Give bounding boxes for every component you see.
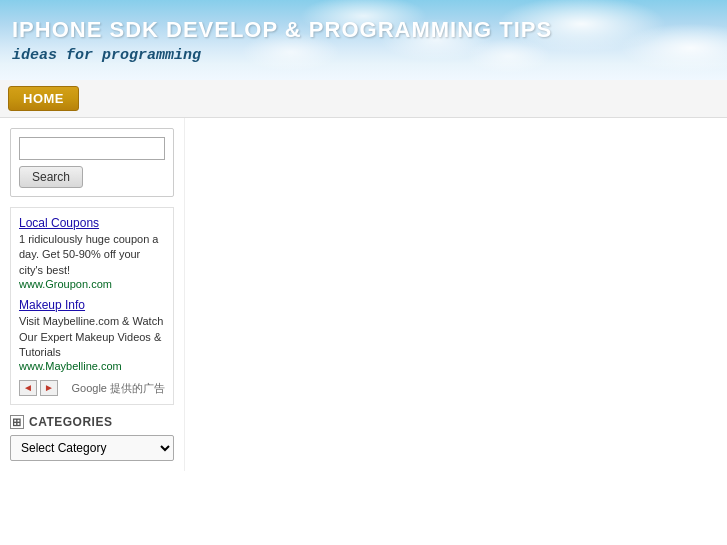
search-button[interactable]: Search	[19, 166, 83, 188]
search-input[interactable]	[19, 137, 165, 160]
site-header: IPHONE SDK DEVELOP & PROGRAMMING TIPS id…	[0, 0, 727, 80]
google-label: Google 提供的广告	[71, 381, 165, 396]
site-title: IPHONE SDK DEVELOP & PROGRAMMING TIPS	[12, 17, 715, 43]
site-subtitle: ideas for programming	[12, 47, 715, 64]
main-content	[185, 118, 727, 471]
search-box: Search	[10, 128, 174, 197]
sidebar: Search Local Coupons 1 ridiculously huge…	[0, 118, 185, 471]
category-select[interactable]: Select Category	[10, 435, 174, 461]
ad-url-2: www.Maybelline.com	[19, 360, 165, 372]
ad-desc-1: 1 ridiculously huge coupon a day. Get 50…	[19, 233, 158, 276]
ad-url-1: www.Groupon.com	[19, 278, 165, 290]
ad-desc-2: Visit Maybelline.com & Watch Our Expert …	[19, 315, 163, 358]
categories-header: ⊞ CATEGORIES	[10, 415, 174, 429]
ad-title-1[interactable]: Local Coupons	[19, 216, 165, 230]
nav-bar: HOME	[0, 80, 727, 118]
ads-block: Local Coupons 1 ridiculously huge coupon…	[10, 207, 174, 405]
ads-nav: ◄ ►	[19, 380, 58, 396]
home-button[interactable]: HOME	[8, 86, 79, 111]
categories-label: CATEGORIES	[29, 415, 112, 429]
ads-footer: ◄ ► Google 提供的广告	[19, 380, 165, 396]
categories-icon[interactable]: ⊞	[10, 415, 24, 429]
categories-section: ⊞ CATEGORIES Select Category	[10, 415, 174, 461]
ads-next-button[interactable]: ►	[40, 380, 58, 396]
ad-title-2[interactable]: Makeup Info	[19, 298, 165, 312]
ads-prev-button[interactable]: ◄	[19, 380, 37, 396]
content-area: Search Local Coupons 1 ridiculously huge…	[0, 118, 727, 471]
